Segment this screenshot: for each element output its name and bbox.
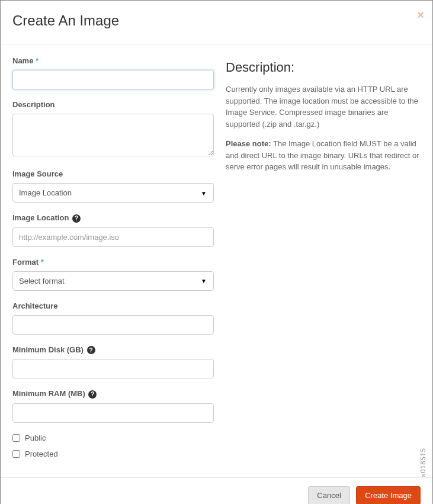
architecture-group: Architecture — [12, 301, 214, 335]
image-location-group: Image Location ? — [12, 213, 214, 247]
format-select[interactable]: Select format — [12, 271, 214, 291]
min-disk-input[interactable] — [12, 359, 214, 378]
description-group: Description — [12, 100, 214, 159]
public-label: Public — [25, 434, 46, 442]
image-location-label-text: Image Location — [12, 213, 69, 222]
help-note-label: Please note: — [226, 139, 271, 148]
help-paragraph-2: Please note: The Image Location field MU… — [226, 138, 421, 173]
protected-label: Protected — [25, 450, 58, 458]
description-label: Description — [12, 100, 214, 109]
format-label-text: Format — [12, 258, 39, 267]
image-location-input[interactable] — [12, 227, 214, 247]
image-source-group: Image Source Image Location — [12, 169, 214, 203]
min-ram-label-text: Minimum RAM (MB) — [12, 389, 85, 398]
help-title: Description: — [226, 60, 421, 75]
help-icon[interactable]: ? — [87, 346, 95, 354]
close-icon[interactable]: × — [417, 9, 424, 21]
form-column: Name * Description Image Source Image Lo… — [12, 56, 214, 466]
name-group: Name * — [12, 56, 214, 89]
image-location-label: Image Location ? — [12, 213, 214, 223]
create-image-button[interactable]: Create Image — [356, 486, 421, 504]
min-disk-label-text: Minimum Disk (GB) — [12, 345, 84, 354]
modal-footer: Cancel Create Image — [1, 477, 432, 504]
architecture-input[interactable] — [12, 315, 214, 335]
image-source-select-wrap: Image Location — [12, 183, 214, 203]
public-group: Public — [12, 434, 214, 442]
public-checkbox[interactable] — [12, 434, 20, 442]
help-icon[interactable]: ? — [72, 214, 81, 223]
name-label-text: Name — [12, 56, 33, 65]
help-icon[interactable]: ? — [88, 390, 97, 399]
modal-header: Create An Image × — [1, 1, 432, 44]
name-label: Name * — [12, 56, 214, 65]
protected-checkbox[interactable] — [12, 450, 20, 458]
help-column: Description: Currently only images avail… — [226, 56, 421, 466]
cancel-button[interactable]: Cancel — [308, 486, 349, 504]
min-ram-label: Minimum RAM (MB) ? — [12, 389, 214, 399]
required-star-icon: * — [36, 56, 39, 65]
format-group: Format * Select format — [12, 258, 214, 291]
min-disk-group: Minimum Disk (GB) ? — [12, 345, 214, 379]
protected-group: Protected — [12, 450, 214, 458]
architecture-label: Architecture — [12, 301, 214, 310]
image-source-label: Image Source — [12, 169, 214, 178]
required-star-icon: * — [41, 258, 44, 267]
name-input[interactable] — [12, 70, 214, 89]
min-ram-group: Minimum RAM (MB) ? — [12, 389, 214, 423]
image-source-select[interactable]: Image Location — [12, 183, 214, 203]
create-image-modal: Create An Image × Name * Description Ima… — [0, 0, 433, 504]
modal-title: Create An Image — [12, 12, 421, 29]
format-label: Format * — [12, 258, 214, 267]
side-tag: s018515 — [419, 448, 426, 477]
modal-body: Name * Description Image Source Image Lo… — [1, 44, 432, 477]
min-ram-input[interactable] — [12, 403, 214, 423]
description-input[interactable] — [12, 114, 214, 156]
help-paragraph-1: Currently only images available via an H… — [226, 84, 421, 130]
min-disk-label: Minimum Disk (GB) ? — [12, 345, 214, 355]
format-select-wrap: Select format — [12, 271, 214, 291]
